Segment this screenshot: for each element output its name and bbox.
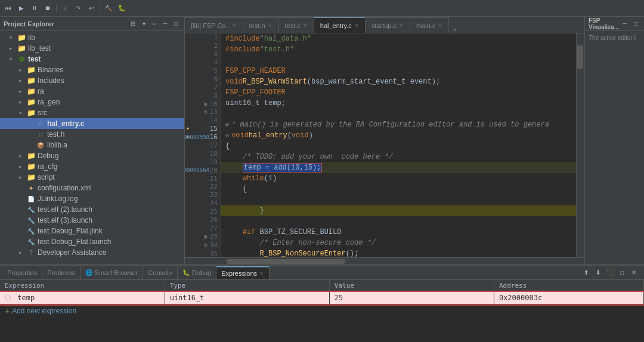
tab-label-debug-bottom: Debug [192, 269, 211, 276]
tab-test-h[interactable]: test.h ✕ [243, 17, 279, 33]
tab-startup-c[interactable]: startup.c ✕ [366, 17, 410, 33]
fsp-maximize-btn[interactable]: □ [631, 19, 640, 29]
bottom-tool-3[interactable]: ⬛ [605, 267, 615, 278]
tree-item-test[interactable]: ▾ ⚙ test [0, 54, 184, 64]
line-29: ⊕29 [185, 232, 220, 241]
file-icon-config-xml: ✦ [26, 183, 36, 193]
toolbar-stop-btn[interactable]: ⏹ [42, 2, 54, 14]
tree-label-ra-cfg: ra_cfg [38, 162, 57, 171]
tree-item-jlink-log[interactable]: 📄 JLinkLog.log [0, 193, 184, 204]
debug-bottom-icon: 🐛 [182, 269, 190, 276]
tab-close-test-c[interactable]: ✕ [303, 23, 308, 29]
tab-expressions[interactable]: Expressions ✕ [216, 266, 270, 279]
tree-arrow-ra: ▸ [19, 88, 26, 94]
line-14: 14 [185, 116, 220, 125]
tree-label-ra-gen: ra_gen [38, 98, 60, 106]
tab-close-expressions[interactable]: ✕ [259, 270, 264, 276]
tab-main-c[interactable]: main.c ✕ [410, 17, 449, 33]
tree-item-ra-cfg[interactable]: ▸ 📁 ra_cfg [0, 161, 184, 172]
explorer-filter-btn[interactable]: ▾ [139, 19, 148, 29]
code-content[interactable]: #include "hal_data.h" #include "test.h" … [221, 33, 576, 257]
bottom-tool-5[interactable]: ✕ [628, 267, 639, 278]
explorer-maximize-btn[interactable]: □ [171, 19, 181, 29]
tab-smart-browser[interactable]: 🌐 Smart Browser [80, 266, 144, 279]
tree-label-liblib-a: liblib.a [47, 141, 67, 149]
folder-icon-script: 📁 [26, 172, 36, 182]
tab-close-hal-entry-c[interactable]: ✕ [354, 23, 359, 29]
tab-console[interactable]: Console [143, 266, 177, 279]
tab-lib-fsp[interactable]: [lib] FSP Co.. ✕ [185, 17, 243, 33]
bottom-tool-1[interactable]: ⬆ [581, 267, 592, 278]
hscroll-track[interactable] [187, 259, 582, 264]
tree-item-config-xml[interactable]: ✦ configuration.xml [0, 183, 184, 193]
tab-close-main-c[interactable]: ✕ [438, 23, 442, 29]
project-explorer-panel: Project Explorer ⊟ ▾ ↔ ─ □ ▾ 📁 lib [0, 17, 185, 264]
explorer-minimize-btn[interactable]: ─ [160, 19, 170, 29]
tab-close-lib-fsp[interactable]: ✕ [232, 23, 237, 29]
editor-scrollbar[interactable] [576, 33, 584, 257]
tree-item-debug-flat-launch[interactable]: 🔧 test Debug_Flat.launch [0, 236, 184, 247]
toolbar-step-over-btn[interactable]: ↷ [72, 2, 84, 14]
code-line-6: FSP_CPP_FOOTER [221, 87, 576, 98]
tree-item-binaries[interactable]: ▸ 📁 Binaries [0, 64, 184, 75]
tree-item-hal-entry-c[interactable]: © hal_entry.c [0, 118, 184, 129]
tree-label-test: test [28, 55, 41, 63]
code-line-10: ⊕ * main() is generated by the RA Config… [221, 119, 576, 130]
tree-item-developer-assistance[interactable]: ▸ ? Developer Assistance [0, 247, 184, 258]
fsp-viz-content: The active editor i [585, 31, 644, 45]
tree-item-test-elf2[interactable]: 🔧 test.elf (2).launch [0, 204, 184, 215]
tab-label-hal-entry-c: hal_entry.c [320, 22, 352, 29]
toolbar-pause-btn[interactable]: ⏸ [29, 2, 41, 14]
tree-item-script[interactable]: ▸ 📁 script [0, 172, 184, 183]
expression-row-temp[interactable]: ⬡ temp uint16_t 25 0x2000003c [0, 292, 644, 304]
tree-item-debug-flat-jlink[interactable]: 🔧 test Debug_Flat.jlink [0, 226, 184, 236]
code-line-17: while(1) [221, 173, 576, 184]
scroll-thumb[interactable] [577, 45, 583, 69]
tab-hal-entry-c[interactable]: hal_entry.c ✕ [314, 17, 366, 33]
tab-close-startup-c[interactable]: ✕ [399, 23, 404, 29]
tree-item-test-elf3[interactable]: 🔧 test.elf (3).launch [0, 215, 184, 226]
tree-item-includes[interactable]: ▸ 📁 Includes [0, 75, 184, 86]
bottom-tool-4[interactable]: □ [617, 267, 627, 278]
editor-hscroll[interactable] [185, 257, 584, 264]
tree-item-debug[interactable]: ▸ 📁 Debug [0, 150, 184, 161]
tree-item-lib[interactable]: ▾ 📁 lib [0, 32, 184, 43]
tab-label-lib-fsp: [lib] FSP Co.. [191, 22, 230, 29]
tree-item-test-h[interactable]: H test.h [0, 129, 184, 140]
tree-label-developer-assistance: Developer Assistance [38, 248, 106, 257]
bottom-tool-2[interactable]: ⬇ [593, 267, 603, 278]
tree-item-ra-gen[interactable]: ▸ 📁 ra_gen [0, 97, 184, 107]
expressions-table: Expression Type Value Address [0, 280, 644, 304]
fsp-minimize-btn[interactable]: ─ [620, 19, 630, 29]
toolbar-step-return-btn[interactable]: ↩ [85, 2, 97, 14]
line-35: 35 [185, 249, 220, 257]
tab-properties[interactable]: Properties [2, 266, 42, 279]
hscroll-thumb[interactable] [227, 259, 345, 264]
tab-problems[interactable]: Problems [42, 266, 80, 279]
explorer-sync-btn[interactable]: ↔ [150, 19, 159, 29]
folder-icon-debug: 📁 [26, 151, 36, 161]
toolbar-build-btn[interactable]: 🔨 [103, 2, 114, 14]
code-line-22: #if BSP_TZ_SECURE_BUILD [221, 227, 576, 238]
tree-item-liblib-a[interactable]: 📦 liblib.a [0, 140, 184, 150]
toolbar-step-into-btn[interactable]: ↓ [59, 2, 71, 14]
toolbar-run-btn[interactable]: ▶ [16, 2, 27, 14]
tab-debug-bottom[interactable]: 🐛 Debug [178, 266, 216, 279]
tree-item-lib-test[interactable]: ▸ 📁 lib_test [0, 43, 184, 54]
tab-label-main-c: main.c [416, 22, 435, 29]
tab-close-test-h[interactable]: ✕ [268, 23, 273, 29]
tab-overflow-btn[interactable]: » [449, 26, 460, 33]
debug-arrow-15: ➤ [186, 125, 190, 132]
tree-item-src[interactable]: ▾ 📁 src [0, 107, 184, 118]
tree-arrow-debug: ▸ [19, 153, 26, 159]
tree-arrow-lib: ▾ [10, 35, 17, 41]
tree-label-test-elf2: test.elf (2).launch [38, 205, 92, 214]
toolbar-back-btn[interactable]: ⏮ [2, 2, 14, 14]
toolbar-debug-btn[interactable]: 🐛 [116, 2, 128, 14]
folder-icon-includes: 📁 [26, 76, 36, 85]
tree-item-ra[interactable]: ▸ 📁 ra [0, 86, 184, 97]
explorer-collapse-btn[interactable]: ⊟ [128, 19, 138, 29]
add-new-expression[interactable]: + Add new expression [0, 304, 644, 318]
tab-test-c[interactable]: test.c ✕ [279, 17, 314, 33]
tab-label-properties: Properties [7, 269, 37, 276]
